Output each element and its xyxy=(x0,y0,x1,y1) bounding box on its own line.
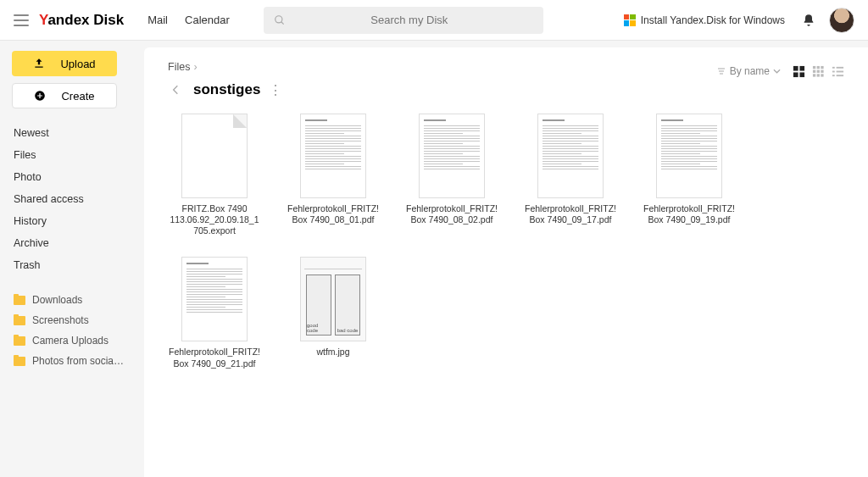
folder-camera-uploads[interactable]: Camera Uploads xyxy=(12,330,132,351)
create-button[interactable]: Create xyxy=(12,83,117,108)
svg-rect-17 xyxy=(817,74,820,76)
main-panel: Files› By name sonstige xyxy=(144,47,868,477)
plus-circle-icon xyxy=(34,90,46,102)
more-menu[interactable]: ⋮ xyxy=(269,82,283,98)
folder-list: Downloads Screenshots Camera Uploads Pho… xyxy=(12,290,132,371)
svg-rect-6 xyxy=(793,65,798,70)
menu-icon[interactable] xyxy=(14,14,29,26)
upload-button[interactable]: Upload xyxy=(12,51,117,76)
bell-icon[interactable] xyxy=(802,14,815,27)
svg-rect-15 xyxy=(821,69,823,72)
svg-rect-24 xyxy=(837,75,843,76)
view-list-icon[interactable] xyxy=(832,65,844,78)
file-thumb xyxy=(181,257,248,341)
upload-icon xyxy=(33,58,45,69)
svg-point-0 xyxy=(275,15,282,22)
folder-icon xyxy=(14,296,25,305)
file-item[interactable]: Fehlerprotokoll_FRITZ!Box 7490_09_17.pdf xyxy=(524,114,617,236)
file-item[interactable]: Fehlerprotokoll_FRITZ!Box 7490_09_21.pdf xyxy=(168,257,261,369)
folder-photos-social[interactable]: Photos from social ... xyxy=(12,351,132,371)
svg-rect-20 xyxy=(837,66,843,68)
search-input[interactable] xyxy=(286,14,533,26)
folder-screenshots[interactable]: Screenshots xyxy=(12,310,132,330)
svg-rect-16 xyxy=(813,74,815,76)
svg-line-1 xyxy=(281,21,284,24)
folder-icon xyxy=(14,357,25,366)
top-links: Mail Calendar xyxy=(147,14,230,26)
file-item[interactable]: Fehlerprotokoll_FRITZ!Box 7490_09_19.pdf xyxy=(643,114,736,236)
nav-history[interactable]: History xyxy=(12,210,132,232)
chevron-down-icon xyxy=(773,69,781,74)
file-item[interactable]: Fehlerprotokoll_FRITZ!Box 7490_08_02.pdf xyxy=(405,114,498,236)
svg-rect-7 xyxy=(799,65,804,70)
sort-button[interactable]: By name xyxy=(716,65,781,77)
arrow-left-icon xyxy=(170,83,183,97)
svg-rect-23 xyxy=(832,75,835,76)
svg-rect-8 xyxy=(793,72,798,77)
sort-icon xyxy=(716,67,726,75)
svg-rect-10 xyxy=(813,65,815,68)
file-name: FRITZ.Box 7490 113.06.92_20.09.18_1705.e… xyxy=(168,203,261,236)
file-thumb: good codebad code xyxy=(300,257,366,341)
file-name: Fehlerprotokoll_FRITZ!Box 7490_09_19.pdf xyxy=(643,203,736,225)
back-button[interactable] xyxy=(168,81,185,98)
file-item[interactable]: Fehlerprotokoll_FRITZ!Box 7490_08_01.pdf xyxy=(287,114,380,236)
search-box[interactable] xyxy=(264,7,543,34)
nav-shared[interactable]: Shared access xyxy=(12,188,132,210)
file-thumb xyxy=(300,114,366,198)
file-thumb xyxy=(181,114,248,198)
avatar[interactable] xyxy=(829,8,854,33)
svg-rect-13 xyxy=(813,69,815,72)
file-name: Fehlerprotokoll_FRITZ!Box 7490_08_02.pdf xyxy=(405,203,498,225)
link-calendar[interactable]: Calendar xyxy=(185,14,230,26)
svg-rect-19 xyxy=(832,66,835,68)
nav-files[interactable]: Files xyxy=(12,144,132,166)
chevron-right-icon: › xyxy=(193,61,197,73)
file-item[interactable]: FRITZ.Box 7490 113.06.92_20.09.18_1705.e… xyxy=(168,114,261,236)
svg-rect-14 xyxy=(817,69,820,72)
svg-rect-18 xyxy=(821,74,823,76)
breadcrumb[interactable]: Files› xyxy=(168,61,198,73)
file-name: wtfm.jpg xyxy=(316,347,349,358)
search-icon xyxy=(274,14,286,26)
view-large-icon[interactable] xyxy=(793,65,805,78)
view-small-icon[interactable] xyxy=(812,65,825,78)
folder-icon xyxy=(14,336,25,346)
file-name: Fehlerprotokoll_FRITZ!Box 7490_09_21.pdf xyxy=(168,347,261,369)
svg-rect-11 xyxy=(817,65,820,68)
nav-newest[interactable]: Newest xyxy=(12,122,132,144)
install-link[interactable]: Install Yandex.Disk for Windows xyxy=(624,14,785,26)
topbar: Yandex Disk Mail Calendar Install Yandex… xyxy=(0,0,868,41)
nav-photo[interactable]: Photo xyxy=(12,166,132,188)
svg-rect-22 xyxy=(837,70,843,72)
sidebar: Upload Create Newest Files Photo Shared … xyxy=(0,41,144,477)
nav-archive[interactable]: Archive xyxy=(12,232,132,254)
file-thumb xyxy=(656,114,722,198)
svg-rect-9 xyxy=(799,72,804,77)
file-name: Fehlerprotokoll_FRITZ!Box 7490_09_17.pdf xyxy=(524,203,617,225)
file-thumb xyxy=(537,114,604,198)
windows-icon xyxy=(624,14,636,26)
file-name: Fehlerprotokoll_FRITZ!Box 7490_08_01.pdf xyxy=(287,203,380,225)
folder-icon xyxy=(14,316,25,325)
logo[interactable]: Yandex Disk xyxy=(39,12,124,29)
link-mail[interactable]: Mail xyxy=(147,14,168,26)
nav-list: Newest Files Photo Shared access History… xyxy=(12,122,132,276)
svg-rect-21 xyxy=(832,70,835,72)
svg-rect-12 xyxy=(821,65,823,68)
file-grid: FRITZ.Box 7490 113.06.92_20.09.18_1705.e… xyxy=(168,114,844,369)
file-item[interactable]: good codebad codewtfm.jpg xyxy=(287,257,380,369)
folder-downloads[interactable]: Downloads xyxy=(12,290,132,310)
nav-trash[interactable]: Trash xyxy=(12,254,132,276)
page-title: sonstiges xyxy=(193,81,260,98)
view-controls: By name xyxy=(716,65,844,78)
file-thumb xyxy=(419,114,485,198)
